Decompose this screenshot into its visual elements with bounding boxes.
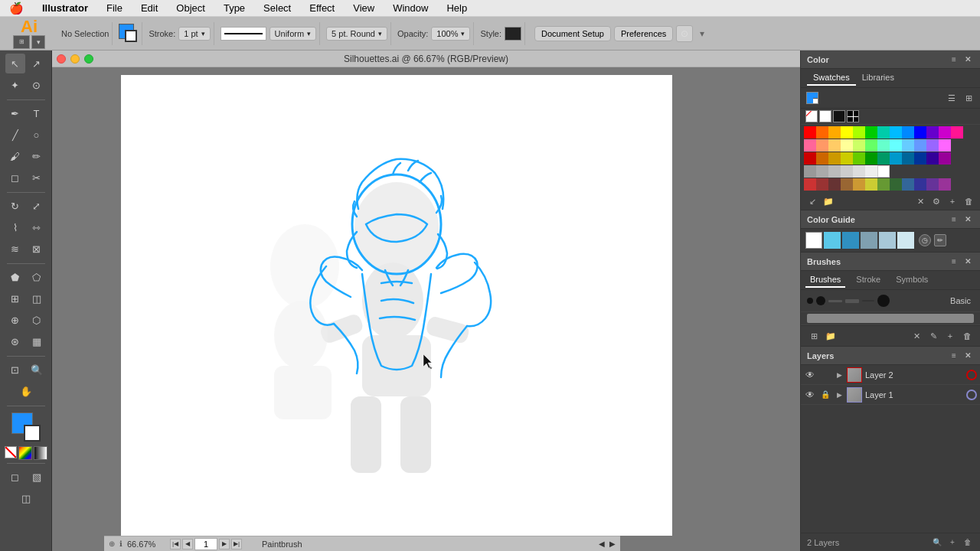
reshape-tool[interactable]: ⌇ xyxy=(5,217,25,237)
swatch-pink[interactable] xyxy=(951,126,963,139)
panel-close-icon[interactable]: ✕ xyxy=(962,54,974,66)
swatch-yellow-green[interactable] xyxy=(853,126,865,139)
canvas-content[interactable]: * xyxy=(52,67,800,536)
swatch-white[interactable] xyxy=(819,110,831,122)
pen-tool[interactable]: ✒ xyxy=(5,103,25,123)
layer-1-target[interactable] xyxy=(966,390,977,400)
draw-inside-btn[interactable]: ◫ xyxy=(16,488,36,508)
swatch-muted-yellow[interactable] xyxy=(865,178,877,191)
layer-2-visibility[interactable]: 👁 xyxy=(804,369,816,381)
blend-tool[interactable]: ⬡ xyxy=(27,310,47,330)
swatch-black[interactable] xyxy=(833,110,845,122)
brush-4[interactable] xyxy=(845,299,859,303)
scale-tool[interactable]: ⤢ xyxy=(27,196,47,216)
swatch-red[interactable] xyxy=(804,126,816,139)
eraser-tool[interactable]: ◻ xyxy=(5,168,25,187)
swatch-white2[interactable] xyxy=(877,165,890,178)
layer-1-lock[interactable]: 🔒 xyxy=(819,389,831,401)
libraries-tab[interactable]: Libraries xyxy=(856,70,900,86)
swatch-sky-blue[interactable] xyxy=(902,139,914,152)
swatch-gray2[interactable] xyxy=(816,165,828,178)
menu-edit[interactable]: Edit xyxy=(138,1,161,15)
swatch-lime[interactable] xyxy=(865,139,877,152)
swatch-registration[interactable] xyxy=(847,110,859,122)
swatch-light-magenta[interactable] xyxy=(939,139,951,152)
more-btn[interactable]: ▾ xyxy=(696,25,708,42)
brush-1[interactable] xyxy=(807,298,813,304)
preferences-btn[interactable]: Preferences xyxy=(614,26,673,41)
maximize-btn[interactable] xyxy=(84,54,93,64)
swatch-peach[interactable] xyxy=(816,139,828,152)
page-input[interactable] xyxy=(194,538,217,550)
workspace-icon-btn[interactable]: ⊙ xyxy=(676,25,693,42)
brushes-tab[interactable]: Brushes xyxy=(805,272,845,288)
close-btn[interactable] xyxy=(57,54,66,64)
nav-prev-btn[interactable]: ◀ xyxy=(182,539,193,549)
style-selector[interactable] xyxy=(505,27,521,41)
layer-row-1[interactable]: 👁 🔒 ▶ Layer 1 xyxy=(801,385,980,405)
layers-search-icon[interactable]: 🔍 xyxy=(931,536,943,549)
color-btn[interactable] xyxy=(18,446,32,460)
layer-2-lock[interactable]: 🔒 xyxy=(819,369,831,381)
swatch-forest[interactable] xyxy=(865,152,877,165)
swatch-light-orange[interactable] xyxy=(828,139,841,152)
status-left-icon[interactable]: ⊕ xyxy=(109,540,115,548)
swatch-violet[interactable] xyxy=(926,139,939,152)
warp-tool[interactable]: ≋ xyxy=(5,239,25,259)
rotate-tool[interactable]: ↻ xyxy=(5,196,25,216)
swatch-dark-green[interactable] xyxy=(890,178,902,191)
status-arrow-left[interactable]: ◀ xyxy=(599,540,605,548)
swatch-mint[interactable] xyxy=(877,139,890,152)
swatch-indigo[interactable] xyxy=(926,152,939,165)
menu-view[interactable]: View xyxy=(350,1,377,15)
zoom-tool[interactable]: 🔍 xyxy=(27,360,47,380)
layer-2-target[interactable] xyxy=(966,370,977,380)
status-arrow-right[interactable]: ▶ xyxy=(609,540,616,548)
swatch-muted-green[interactable] xyxy=(877,178,890,191)
menu-illustrator[interactable]: Illustrator xyxy=(39,1,91,15)
cg-panel-menu[interactable]: ≡ xyxy=(948,214,960,226)
swatch-steel-blue[interactable] xyxy=(890,152,902,165)
swatch-light-green[interactable] xyxy=(853,139,865,152)
toolbar-workspace-icon[interactable]: ⊞ xyxy=(13,35,30,49)
cg-swatch-light-blue[interactable] xyxy=(879,232,896,249)
width-tool[interactable]: ⇿ xyxy=(27,217,47,237)
draw-behind-btn[interactable]: ▧ xyxy=(27,467,47,487)
mesh-tool[interactable]: ⊞ xyxy=(5,289,25,308)
list-view-icon[interactable]: ☰ xyxy=(945,91,959,105)
swatch-magenta[interactable] xyxy=(939,126,951,139)
panel-menu-icon[interactable]: ≡ xyxy=(948,54,960,66)
cg-panel-close[interactable]: ✕ xyxy=(962,214,974,226)
layer-row-2[interactable]: 👁 🔒 ▶ Layer 2 xyxy=(801,365,980,385)
status-info-icon[interactable]: ℹ xyxy=(119,540,122,548)
swatch-delete-btn[interactable]: ✕ xyxy=(913,194,927,208)
swatch-muted-violet[interactable] xyxy=(939,178,951,191)
layers-delete-icon[interactable]: 🗑 xyxy=(962,536,974,549)
menu-object[interactable]: Object xyxy=(173,1,208,15)
swatch-show-kinds-btn[interactable]: ↙ xyxy=(805,194,819,208)
swatch-olive[interactable] xyxy=(841,152,853,165)
swatch-special-icon[interactable] xyxy=(805,91,819,105)
cg-swatch-blue[interactable] xyxy=(842,232,859,249)
swatch-dark-teal[interactable] xyxy=(877,152,890,165)
nav-next-btn[interactable]: ▶ xyxy=(219,539,230,549)
menu-file[interactable]: File xyxy=(103,1,126,15)
menu-help[interactable]: Help xyxy=(443,1,470,15)
cg-swatch-gray-blue[interactable] xyxy=(861,232,877,249)
none-color-btn[interactable] xyxy=(5,446,17,458)
scissors-tool[interactable]: ✂ xyxy=(27,168,47,187)
cg-harmony-icon[interactable]: ◷ xyxy=(919,234,931,246)
opacity-dropdown[interactable]: 100% xyxy=(431,27,470,41)
swatch-blue[interactable] xyxy=(902,126,914,139)
toolbar-workspace-btn[interactable]: ▾ xyxy=(31,35,45,49)
stroke-tab[interactable]: Stroke xyxy=(851,272,885,288)
stroke-color[interactable] xyxy=(125,30,137,42)
brush-rename-icon[interactable]: ✎ xyxy=(926,329,940,343)
swatch-muted-blue[interactable] xyxy=(902,178,914,191)
menu-effect[interactable]: Effect xyxy=(306,1,338,15)
layer-1-visibility[interactable]: 👁 xyxy=(804,389,816,401)
apple-menu[interactable]: 🍎 xyxy=(9,2,24,15)
swatch-dark-orange[interactable] xyxy=(816,152,828,165)
swatch-light-cyan[interactable] xyxy=(890,139,902,152)
pencil-tool[interactable]: ✏ xyxy=(27,146,47,166)
